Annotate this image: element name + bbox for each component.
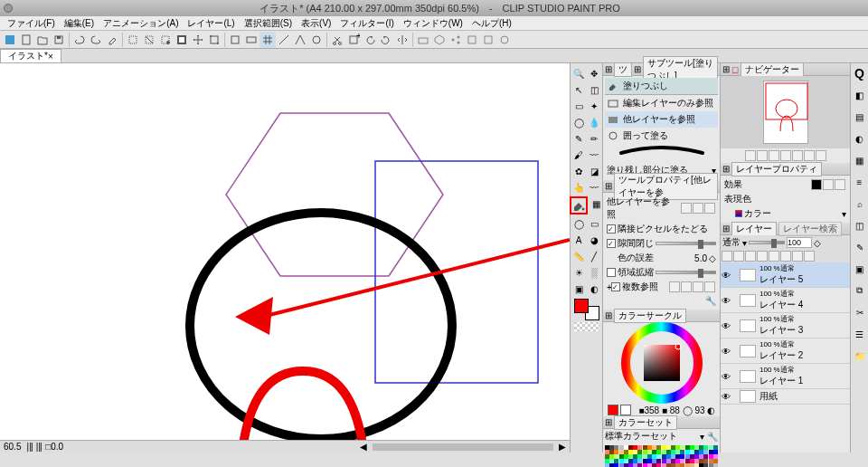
undo-icon[interactable] bbox=[71, 32, 88, 48]
multi-icon-3[interactable] bbox=[693, 281, 703, 292]
check-area-scaling[interactable] bbox=[607, 268, 616, 277]
menu-filter[interactable]: フィルター(I) bbox=[336, 17, 397, 30]
subtool-short-tab[interactable]: ツ bbox=[614, 62, 632, 77]
layer-row[interactable]: 👁100 %通常レイヤー 4 bbox=[721, 288, 850, 313]
brush-tool-icon[interactable]: 🖌 bbox=[571, 148, 586, 162]
new-icon[interactable] bbox=[18, 32, 34, 48]
layer-mask-icon[interactable] bbox=[780, 251, 791, 262]
nav-zoom-out-icon[interactable] bbox=[745, 150, 756, 161]
check-adjacent-pixels[interactable] bbox=[607, 224, 616, 234]
navigator-preview[interactable] bbox=[721, 76, 850, 148]
express-color-dropdown[interactable]: カラー bbox=[744, 207, 771, 220]
menu-help[interactable]: ヘルプ(H) bbox=[468, 17, 515, 30]
layer-draft-icon[interactable] bbox=[769, 251, 779, 262]
layer-row[interactable]: 👁100 %通常レイヤー 3 bbox=[721, 313, 850, 338]
fg-color-swatch[interactable] bbox=[574, 299, 589, 313]
flip-h-icon[interactable] bbox=[394, 32, 410, 48]
nav-fit-icon[interactable] bbox=[769, 150, 779, 161]
search-icon[interactable]: Q bbox=[853, 66, 867, 81]
lasso-tool-icon[interactable]: ◯ bbox=[571, 115, 586, 129]
pen-tool-icon[interactable]: ✎ bbox=[571, 131, 586, 146]
visibility-icon[interactable]: 👁 bbox=[722, 392, 731, 401]
text-tool-icon[interactable]: A bbox=[571, 233, 586, 247]
subtool-refer-other-layers[interactable]: 他レイヤーを参照 bbox=[605, 111, 718, 128]
balloon-tool-icon[interactable]: ◕ bbox=[587, 233, 601, 247]
subtool-enclose-fill[interactable]: 囲って塗る bbox=[605, 128, 718, 144]
object-tool-icon[interactable]: ↖ bbox=[571, 82, 586, 97]
rotate-left-icon[interactable] bbox=[362, 32, 378, 48]
airbrush-tool-icon[interactable]: 〰 bbox=[587, 148, 601, 162]
snap-grid-icon[interactable] bbox=[259, 32, 276, 48]
layer-new-icon[interactable]: + bbox=[345, 32, 362, 48]
qa-icon-7[interactable]: ◫ bbox=[853, 218, 867, 233]
layer-lock-icon[interactable] bbox=[733, 251, 744, 262]
nav-rotate-l-icon[interactable] bbox=[792, 150, 803, 161]
effect-tool-icon[interactable]: ☀ bbox=[571, 265, 586, 280]
qa-icon-2[interactable]: ▤ bbox=[853, 110, 867, 124]
layer-ruler-icon[interactable] bbox=[792, 251, 803, 262]
nav-zoom-in-icon[interactable] bbox=[757, 150, 768, 161]
color-mode-icon[interactable]: ◐ bbox=[707, 405, 715, 415]
fg-mini-swatch[interactable] bbox=[608, 405, 618, 415]
menu-window[interactable]: ウィンドウ(W) bbox=[400, 17, 467, 30]
fill-tool-icon[interactable] bbox=[570, 196, 588, 214]
color-circle[interactable] bbox=[603, 322, 720, 404]
layer-ref-icon[interactable] bbox=[757, 251, 768, 262]
gradient-tool-icon[interactable]: ▦ bbox=[589, 196, 603, 211]
check-multi-refer[interactable] bbox=[611, 282, 620, 291]
document-tab[interactable]: イラスト* × bbox=[0, 49, 61, 62]
transform-icon[interactable] bbox=[206, 32, 222, 48]
multi-icon-1[interactable] bbox=[669, 281, 680, 292]
cut-icon[interactable] bbox=[329, 32, 345, 48]
deco-tool-icon[interactable]: ✿ bbox=[571, 164, 586, 178]
effect-border-icon[interactable] bbox=[811, 179, 822, 190]
transparent-swatch[interactable] bbox=[574, 322, 599, 331]
qa-icon-5[interactable]: ≡ bbox=[853, 175, 867, 189]
close-tab-icon[interactable]: × bbox=[48, 52, 53, 62]
move-icon[interactable] bbox=[190, 32, 206, 48]
canvas-viewport[interactable]: 60.5 |‖ |‖ □0.0 ◀ ▶ bbox=[0, 63, 570, 453]
assets-icon[interactable] bbox=[415, 32, 431, 48]
effect-tone-icon[interactable] bbox=[823, 179, 834, 190]
menu-edit[interactable]: 編集(E) bbox=[61, 17, 98, 30]
line-tool-icon[interactable]: ╱ bbox=[587, 249, 601, 263]
refer-icon-2[interactable] bbox=[693, 203, 703, 214]
color-set-menu-icon[interactable]: ▾ 🔧 bbox=[700, 432, 718, 442]
scroll-left-icon[interactable]: ◀ bbox=[360, 442, 367, 452]
layer-move-tool-icon[interactable]: ◫ bbox=[587, 82, 601, 97]
snap-ruler-icon[interactable] bbox=[276, 32, 292, 48]
refer-icon-1[interactable] bbox=[681, 203, 692, 214]
visibility-icon[interactable]: 👁 bbox=[722, 296, 731, 305]
3d-icon[interactable] bbox=[431, 32, 448, 48]
reselect-icon[interactable] bbox=[157, 32, 174, 48]
open-icon[interactable] bbox=[34, 32, 51, 48]
menu-layer[interactable]: レイヤー(L) bbox=[184, 17, 238, 30]
move-tool-icon[interactable]: ✥ bbox=[587, 66, 601, 81]
opacity-slider[interactable] bbox=[749, 241, 785, 244]
wrench-icon[interactable]: 🔧 bbox=[705, 296, 716, 306]
palette-swatch[interactable] bbox=[713, 463, 718, 467]
menu-file[interactable]: ファイル(F) bbox=[4, 17, 59, 30]
visibility-icon[interactable]: 👁 bbox=[722, 271, 731, 280]
wand-tool-icon[interactable]: ✦ bbox=[587, 99, 601, 113]
qa-icon-10[interactable]: ⧉ bbox=[853, 283, 867, 298]
multi-icon-4[interactable] bbox=[704, 281, 715, 292]
multi-icon-2[interactable] bbox=[681, 281, 692, 292]
eyedropper-tool-icon[interactable]: 💧 bbox=[587, 115, 601, 129]
qa-icon-8[interactable]: ✎ bbox=[853, 240, 867, 254]
rotate-right-icon[interactable] bbox=[378, 32, 394, 48]
color-set-name[interactable]: 標準カラーセット bbox=[605, 430, 677, 443]
layer-color-icon[interactable] bbox=[804, 251, 815, 262]
menu-selection[interactable]: 選択範囲(S) bbox=[241, 17, 296, 30]
more-icon[interactable] bbox=[464, 32, 480, 48]
blend-tool-icon[interactable]: 👆 bbox=[571, 180, 586, 195]
eraser-tool-icon[interactable]: ◪ bbox=[587, 164, 601, 178]
nav-100-icon[interactable] bbox=[780, 150, 791, 161]
refer-icon-3[interactable] bbox=[704, 203, 715, 214]
layer-lock-alpha-icon[interactable] bbox=[722, 251, 732, 262]
frame-tool-icon[interactable]: ▭ bbox=[587, 216, 601, 231]
erase-icon[interactable] bbox=[104, 32, 120, 48]
window-control-icon[interactable] bbox=[4, 4, 13, 13]
pencil-tool-icon[interactable]: ✏ bbox=[587, 131, 601, 146]
zoom-tool-icon[interactable]: 🔍 bbox=[571, 66, 586, 81]
